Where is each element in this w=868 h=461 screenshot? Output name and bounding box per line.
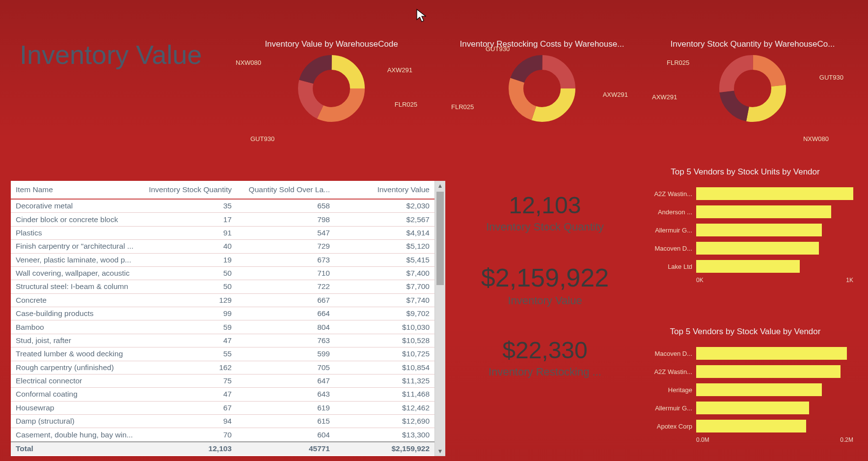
scroll-down-icon[interactable]: ▼: [435, 446, 445, 456]
kpi-column: 12,103 Inventory Stock Quantity $2,159,9…: [461, 192, 628, 378]
cell-inventory-value: $7,700: [335, 280, 434, 293]
donut-row: Inventory Value by WarehouseCode NXW080 …: [231, 39, 853, 143]
bar-track: [696, 187, 853, 200]
cell-stock-qty: 35: [143, 199, 237, 213]
bar-row[interactable]: Anderson ...: [637, 204, 853, 220]
bar-row[interactable]: A2Z Wastin...: [637, 364, 853, 379]
cell-inventory-value: $7,400: [335, 266, 434, 280]
cell-item-name: Treated lumber & wood decking: [11, 347, 143, 361]
cell-qty-sold: 722: [237, 280, 335, 293]
cell-qty-sold: 647: [237, 374, 335, 387]
cursor-icon: [416, 9, 426, 23]
table-row[interactable]: Structural steel: I-beam & column50722$7…: [11, 280, 434, 293]
cell-stock-qty: 40: [143, 240, 237, 253]
cell-qty-sold: 547: [237, 226, 335, 239]
page-title: Inventory Value: [20, 39, 202, 70]
cell-stock-qty: 94: [143, 415, 237, 428]
barchart-axis: 0.0M 0.2M: [637, 436, 853, 443]
bar-fill: [696, 420, 806, 432]
table-row[interactable]: Cinder block or concrete block17798$2,56…: [11, 213, 434, 226]
table-row[interactable]: Treated lumber & wood decking55599$10,72…: [11, 347, 434, 361]
donut-inventory-value[interactable]: Inventory Value by WarehouseCode NXW080 …: [231, 39, 432, 143]
cell-qty-sold: 658: [237, 199, 335, 213]
cell-inventory-value: $2,567: [335, 213, 434, 226]
cell-qty-sold: 673: [237, 253, 335, 266]
cell-stock-qty: 47: [143, 388, 237, 401]
table-total-row: Total 12,103 45771 $2,159,922: [11, 442, 434, 455]
table-row[interactable]: Rough carpentry (unfinished)162705$10,85…: [11, 361, 434, 374]
donut-stock-quantity[interactable]: Inventory Stock Quantity by WarehouseCo.…: [652, 39, 853, 143]
bar-category-label: Heritage: [637, 386, 696, 394]
kpi-value: $2,159,922: [461, 263, 628, 292]
kpi-stock-quantity[interactable]: 12,103 Inventory Stock Quantity: [461, 192, 628, 233]
table-row[interactable]: Plastics91547$4,914: [11, 226, 434, 239]
bar-row[interactable]: Macoven D...: [637, 240, 853, 256]
col-inventory-value[interactable]: Inventory Value: [335, 181, 434, 199]
table-row[interactable]: Damp (structural)94615$12,690: [11, 415, 434, 428]
col-qty-sold[interactable]: Quantity Sold Over La...: [237, 181, 335, 199]
table-row[interactable]: Bamboo59804$10,030: [11, 320, 434, 334]
kpi-inventory-value[interactable]: $2,159,922 Inventory Value: [461, 263, 628, 307]
cell-stock-qty: 129: [143, 293, 237, 307]
scroll-thumb[interactable]: [436, 192, 444, 285]
col-stock-qty[interactable]: Inventory Stock Quantity: [143, 181, 237, 199]
axis-tick: 1K: [846, 277, 853, 284]
table-row[interactable]: Electrical connector75647$11,325: [11, 374, 434, 387]
donut-title: Inventory Value by WarehouseCode: [231, 39, 432, 49]
cell-qty-sold: 599: [237, 347, 335, 361]
cell-item-name: Rough carpentry (unfinished): [11, 361, 143, 374]
donut-chart-icon: [718, 54, 787, 123]
axis-tick: 0K: [696, 277, 704, 284]
bar-category-label: Anderson ...: [637, 208, 696, 216]
bar-row[interactable]: Allermuir G...: [637, 222, 853, 238]
table-row[interactable]: Stud, joist, rafter47763$10,528: [11, 334, 434, 347]
bar-row[interactable]: Lake Ltd: [637, 259, 853, 274]
cell-item-name: Housewrap: [11, 401, 143, 414]
donut-restocking-costs[interactable]: Inventory Restocking Costs by Warehouse.…: [441, 39, 643, 143]
cell-item-name: Case-building products: [11, 307, 143, 320]
donut-slice-label: GUT930: [250, 135, 274, 143]
kpi-restocking-costs[interactable]: $22,330 Inventory Restocking ...: [461, 337, 628, 378]
table-row[interactable]: Casement, double hung, bay win...70604$1…: [11, 428, 434, 442]
table-row[interactable]: Veneer, plastic laminate, wood p...19673…: [11, 253, 434, 266]
table-row[interactable]: Finish carpentry or "architectural ...40…: [11, 240, 434, 253]
table-row[interactable]: Case-building products99664$9,702: [11, 307, 434, 320]
barchart-top5-stock-value[interactable]: Top 5 Vendors by Stock Value by Vendor M…: [637, 327, 853, 443]
col-item-name[interactable]: Item Name: [11, 181, 143, 199]
cell-inventory-value: $4,914: [335, 226, 434, 239]
cell-inventory-value: $12,462: [335, 401, 434, 414]
bar-row[interactable]: Allermuir G...: [637, 400, 853, 416]
cell-item-name: Conformal coating: [11, 388, 143, 401]
cell-qty-sold: 729: [237, 240, 335, 253]
table-row[interactable]: Housewrap67619$12,462: [11, 401, 434, 414]
kpi-label: Inventory Value: [461, 294, 628, 307]
cell-item-name: Concrete: [11, 293, 143, 307]
donut-slice-label: AXW291: [387, 66, 412, 74]
barchart-top5-stock-units[interactable]: Top 5 Vendors by Stock Units by Vendor A…: [637, 167, 853, 284]
bar-track: [696, 365, 853, 378]
bar-category-label: Apotex Corp: [637, 423, 696, 430]
cell-qty-sold: 667: [237, 293, 335, 307]
cell-stock-qty: 55: [143, 347, 237, 361]
inventory-table[interactable]: Item Name Inventory Stock Quantity Quant…: [11, 181, 445, 456]
bar-fill: [696, 365, 841, 378]
table-scrollbar[interactable]: ▲ ▼: [434, 181, 445, 456]
cell-item-name: Finish carpentry or "architectural ...: [11, 240, 143, 253]
bar-fill: [696, 402, 809, 414]
axis-tick: 0.2M: [840, 436, 853, 443]
bar-row[interactable]: Apotex Corp: [637, 418, 853, 434]
table-row[interactable]: Concrete129667$7,740: [11, 293, 434, 307]
cell-stock-qty: 59: [143, 320, 237, 334]
table-row[interactable]: Conformal coating47643$11,468: [11, 388, 434, 401]
donut-title: Inventory Restocking Costs by Warehouse.…: [441, 39, 643, 49]
table-row[interactable]: Decorative metal35658$2,030: [11, 199, 434, 213]
bar-row[interactable]: Macoven D...: [637, 346, 853, 361]
scroll-up-icon[interactable]: ▲: [435, 181, 445, 191]
bar-category-label: Macoven D...: [637, 350, 696, 357]
donut-chart-icon: [297, 54, 366, 123]
table-row[interactable]: Wall covering, wallpaper, acoustic50710$…: [11, 266, 434, 280]
total-value: $2,159,922: [335, 442, 434, 455]
bar-row[interactable]: A2Z Wastin...: [637, 186, 853, 202]
cell-item-name: Casement, double hung, bay win...: [11, 428, 143, 442]
bar-row[interactable]: Heritage: [637, 382, 853, 398]
